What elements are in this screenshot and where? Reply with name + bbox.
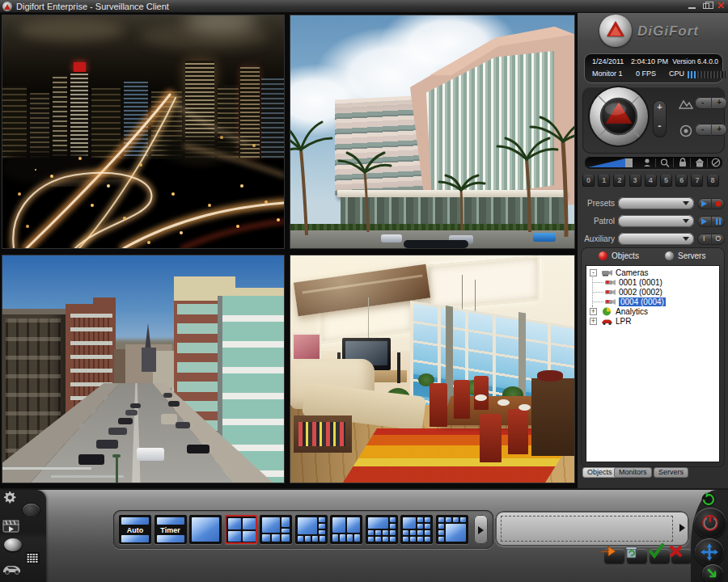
- patrol-dropdown[interactable]: [618, 215, 694, 227]
- pan-mode-button[interactable]: [695, 538, 724, 566]
- ptz-num-4[interactable]: 4: [645, 174, 657, 187]
- dome-icon[interactable]: [4, 538, 22, 551]
- listbox-arrow-icon[interactable]: [679, 524, 685, 532]
- layout-toolbar: Auto Timer: [113, 510, 493, 549]
- ptz-num-8[interactable]: 8: [707, 174, 719, 187]
- camera-view-0002[interactable]: [290, 15, 574, 248]
- joystick-mode-icon[interactable]: [642, 158, 652, 167]
- ptz-num-1[interactable]: 1: [598, 174, 610, 187]
- camera-view-0001[interactable]: [2, 15, 284, 248]
- layout-scroll-right-button[interactable]: [474, 515, 488, 544]
- layout-auto-button[interactable]: Auto: [119, 515, 151, 544]
- restore-button[interactable]: [703, 3, 709, 9]
- presets-dropdown[interactable]: [618, 197, 694, 209]
- auxiliary-dropdown[interactable]: [618, 233, 694, 245]
- cancel-button[interactable]: [671, 549, 692, 563]
- tree-node-camera-0001[interactable]: 0001 (0001): [588, 278, 719, 288]
- ptz-number-row: 0 1 2 3 4 5 6 7 8: [578, 174, 728, 187]
- presets-buttons: [697, 198, 725, 209]
- tab-objects[interactable]: Objects: [599, 251, 639, 260]
- bottom-tab-servers[interactable]: Servers: [654, 467, 688, 478]
- ptz-joystick[interactable]: [586, 84, 651, 149]
- matrix-grid-icon[interactable]: [26, 552, 40, 563]
- sidebar-bottom-tabs: Objects Monitors Servers: [578, 467, 728, 479]
- layout-big-br-button[interactable]: [436, 515, 468, 544]
- auxiliary-label: Auxiliary: [578, 234, 615, 243]
- patrol-label: Patrol: [578, 217, 615, 226]
- sequence-listbox[interactable]: [495, 511, 689, 546]
- ptz-num-7[interactable]: 7: [691, 174, 703, 187]
- status-panel: 1/24/2011 2:04:10 PM Version 6.4.0.0 Mon…: [584, 53, 723, 83]
- aux-on-button[interactable]: I: [697, 234, 711, 245]
- oval-button[interactable]: [23, 504, 40, 517]
- ptz-num-3[interactable]: 3: [629, 174, 641, 187]
- cpu-meter: [688, 71, 726, 78]
- title-bar: Digifort Enterprise - Surveillance Clien…: [0, 0, 728, 13]
- media-player-icon[interactable]: [2, 519, 20, 534]
- patrol-play-button[interactable]: [697, 216, 711, 227]
- status-date: 1/24/2011: [592, 57, 624, 65]
- layout-1plus12-button[interactable]: [366, 515, 398, 544]
- layout-1plus5-button[interactable]: [260, 515, 292, 544]
- bottom-tab-monitors[interactable]: Monitors: [614, 467, 652, 478]
- zoom-mode-icon[interactable]: [660, 158, 670, 167]
- digifort-logo-icon: [599, 15, 632, 47]
- ptz-num-5[interactable]: 5: [660, 174, 672, 187]
- video-grid: [0, 13, 578, 488]
- layout-1plus7-button[interactable]: [295, 515, 328, 544]
- tree-node-cameras[interactable]: - Cameras: [588, 268, 719, 278]
- objects-ball-icon: [599, 251, 607, 260]
- settings-gear-icon[interactable]: [3, 491, 17, 504]
- iris-control[interactable]: -+: [695, 124, 727, 136]
- objects-panel: Objects Servers - Cameras 00: [581, 247, 725, 467]
- patrol-pause-button[interactable]: [711, 216, 726, 227]
- layout-2plus8-button[interactable]: [330, 515, 362, 544]
- layout-1x1-button[interactable]: [189, 515, 222, 544]
- status-version: Version 6.4.0.0: [672, 57, 718, 65]
- ptz-zoom-slider[interactable]: + -: [653, 100, 667, 137]
- camera-view-interior[interactable]: [290, 255, 574, 483]
- preset-record-button[interactable]: [711, 198, 726, 209]
- lpr-car-icon[interactable]: [2, 563, 22, 576]
- auxiliary-buttons: I O: [697, 234, 725, 245]
- close-button[interactable]: ✕: [717, 1, 725, 11]
- layout-1plus15-button[interactable]: [400, 515, 433, 544]
- status-monitor: Monitor 1: [592, 70, 623, 78]
- home-icon[interactable]: [695, 158, 705, 167]
- confirm-button[interactable]: [650, 549, 670, 563]
- focus-control[interactable]: -+: [695, 97, 727, 109]
- wiper-icon[interactable]: [711, 158, 722, 167]
- listbox-dashed-area: [501, 516, 673, 542]
- status-time: 2:04:10 PM: [631, 57, 668, 65]
- brand-wordmark: DiGiFort: [637, 23, 699, 40]
- right-sidebar: DiGiFort 1/24/2011 2:04:10 PM Version 6.…: [578, 13, 728, 488]
- ptz-speed-bar[interactable]: [584, 156, 723, 170]
- aux-off-button[interactable]: O: [711, 234, 726, 245]
- layout-2x2-button[interactable]: [225, 515, 257, 544]
- bottom-tab-objects[interactable]: Objects: [582, 467, 617, 478]
- refresh-icon[interactable]: [700, 491, 717, 508]
- camera-view-0004[interactable]: [2, 255, 284, 483]
- tree-node-lpr[interactable]: + LPR: [588, 317, 719, 327]
- tree-node-analytics[interactable]: + Analytics: [588, 307, 719, 317]
- tree-node-camera-0004[interactable]: 0004 (0004): [588, 297, 719, 307]
- ptz-num-0[interactable]: 0: [582, 174, 595, 187]
- power-button[interactable]: [694, 508, 726, 538]
- goto-button[interactable]: [702, 564, 723, 582]
- move-to-button[interactable]: [604, 549, 624, 563]
- preset-go-button[interactable]: [697, 198, 711, 209]
- presets-row: Presets: [578, 197, 728, 210]
- objects-tree: - Cameras 0001 (0001) 0002 (0002): [586, 265, 720, 462]
- lock-icon[interactable]: [678, 158, 688, 167]
- minimize-button[interactable]: [688, 7, 696, 9]
- tree-node-camera-0002[interactable]: 0002 (0002): [588, 288, 719, 297]
- trash-button[interactable]: [627, 549, 647, 563]
- layout-timer-button[interactable]: Timer: [154, 515, 187, 544]
- window-title: Digifort Enterprise - Surveillance Clien…: [16, 2, 169, 11]
- ptz-num-6[interactable]: 6: [675, 174, 688, 187]
- focus-icon: [679, 98, 693, 109]
- ptz-num-2[interactable]: 2: [613, 174, 625, 187]
- surveillance-client-window: Digifort Enterprise - Surveillance Clien…: [0, 0, 728, 582]
- tab-servers[interactable]: Servers: [665, 251, 705, 260]
- status-fps: 0 FPS: [636, 70, 656, 78]
